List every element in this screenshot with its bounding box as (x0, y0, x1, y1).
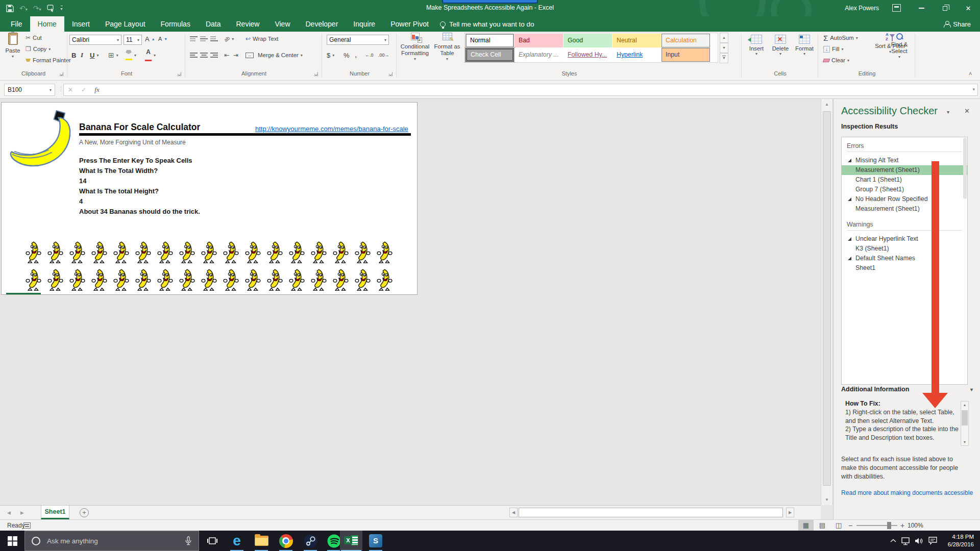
style-chip-calculation[interactable]: Calculation (662, 34, 710, 47)
formula-input[interactable] (104, 85, 977, 95)
paste-button[interactable]: Paste ▾ (2, 33, 23, 69)
next-sheet-icon[interactable]: ▶ (20, 510, 24, 515)
start-button[interactable] (0, 531, 24, 551)
cells-format-button[interactable]: Format▾ (793, 33, 817, 69)
dancing-banana-icon[interactable] (354, 269, 371, 291)
page-layout-view-button[interactable]: ▤ (815, 520, 830, 531)
tray-volume[interactable] (913, 531, 926, 551)
microphone-icon[interactable] (185, 536, 191, 545)
style-chip-bad[interactable]: Bad (514, 34, 563, 47)
scroll-down-icon[interactable]: ▼ (821, 497, 832, 502)
merge-center-button[interactable]: ↔Merge & Center▾ (246, 50, 303, 60)
ribbon-tab-view[interactable]: View (267, 16, 298, 32)
font-color-button[interactable]: A▾ (145, 50, 156, 60)
normal-view-button[interactable]: ▦ (798, 520, 814, 531)
ribbon-tab-inquire[interactable]: Inquire (346, 16, 383, 32)
tray-action-center[interactable] (926, 531, 939, 551)
horizontal-scrollbar[interactable]: ◀ ▶ (509, 508, 794, 517)
style-chip-followed-hy[interactable]: Followed Hy... (564, 48, 612, 62)
style-chip-input[interactable]: Input (662, 48, 710, 62)
issue-item-sheet1[interactable]: Sheet1 (847, 263, 962, 273)
dancing-banana-icon[interactable] (244, 241, 261, 264)
orientation-button[interactable]: ab▾ (224, 34, 234, 44)
format-painter-button[interactable]: Format Painter (26, 55, 71, 65)
dancing-banana-icon[interactable] (332, 241, 349, 264)
style-chip-check-cell[interactable]: Check Cell (465, 48, 514, 62)
scroll-down-icon[interactable]: ▼ (961, 440, 968, 444)
dancing-banana-icon[interactable] (354, 241, 371, 264)
issue-item-measurement-sheet1[interactable]: Measurement (Sheet1) (842, 165, 967, 175)
issue-item-group-7-sheet1[interactable]: Group 7 (Sheet1) (847, 185, 962, 194)
panel-menu-icon[interactable]: ▾ (947, 109, 949, 115)
panel-close-icon[interactable]: ✕ (964, 107, 970, 115)
dancing-banana-icon[interactable] (288, 269, 305, 291)
autosum-button[interactable]: ΣAutoSum▾ (823, 33, 858, 43)
worksheet-area[interactable]: Banana For Scale Calculator http://knowy… (0, 99, 821, 505)
tray-network[interactable] (899, 531, 913, 551)
ribbon-tab-review[interactable]: Review (229, 16, 267, 32)
zoom-in-icon[interactable]: + (900, 521, 904, 530)
dancing-banana-icon[interactable] (376, 241, 393, 264)
dancing-banana-icon[interactable] (135, 241, 152, 264)
dancing-banana-icon[interactable] (157, 241, 174, 264)
task-view-button[interactable] (202, 531, 223, 551)
ribbon-tab-developer[interactable]: Developer (298, 16, 346, 32)
bold-button[interactable]: B (71, 50, 76, 60)
fill-button[interactable]: ↓Fill▾ (823, 44, 843, 54)
grow-font-button[interactable]: A▲ (145, 34, 155, 44)
align-right-button[interactable] (210, 50, 218, 60)
signed-in-user[interactable]: Alex Powers (845, 5, 879, 12)
close-button[interactable]: ✕ (957, 0, 980, 16)
sheet-tab-sheet1[interactable]: Sheet1 (41, 506, 69, 519)
clear-button[interactable]: Clear▾ (823, 55, 849, 65)
style-chip-hyperlink[interactable]: Hyperlink (612, 48, 661, 62)
collapse-ribbon-icon[interactable]: ˄ (969, 70, 972, 77)
issue-item-measurement-sheet1[interactable]: Measurement (Sheet1) (847, 204, 962, 214)
zoom-slider-thumb[interactable] (887, 522, 891, 529)
style-chip-good[interactable]: Good (564, 34, 612, 47)
scroll-thumb[interactable] (962, 410, 968, 425)
read-more-link[interactable]: Read more about making documents accessi… (841, 489, 975, 496)
dancing-banana-icon[interactable] (266, 269, 283, 291)
dancing-banana-icon[interactable] (69, 269, 86, 291)
ribbon-tab-home[interactable]: Home (30, 16, 64, 32)
scroll-up-icon[interactable]: ▲ (961, 403, 968, 407)
ribbon-tab-data[interactable]: Data (198, 16, 229, 32)
dancing-banana-icon[interactable] (157, 269, 174, 291)
dancing-banana-icon[interactable] (113, 241, 130, 264)
how-to-fix-scrollbar[interactable]: ▲ ▼ (961, 401, 969, 446)
dancing-banana-icon[interactable] (201, 269, 217, 291)
taskbar-edge[interactable]: e (227, 531, 247, 551)
restore-button[interactable] (933, 0, 957, 16)
ribbon-display-options-icon[interactable] (892, 4, 901, 12)
increase-decimal-button[interactable]: ←.0 (365, 50, 374, 60)
taskbar-file-explorer[interactable] (251, 531, 272, 551)
fill-color-button[interactable]: ▾ (126, 50, 136, 60)
scroll-left-icon[interactable]: ◀ (509, 508, 518, 517)
styles-gallery-scroll[interactable]: ▲ ▼ ▼ (720, 33, 728, 63)
conditional-formatting-button[interactable]: ≠ Conditional Formatting ▾ (399, 33, 431, 69)
dancing-banana-icon[interactable] (223, 241, 239, 264)
dancing-banana-icon[interactable] (223, 269, 239, 291)
align-left-button[interactable] (190, 50, 198, 60)
dancing-banana-icon[interactable] (47, 269, 64, 291)
decrease-decimal-button[interactable]: .00→ (378, 50, 389, 60)
share-button[interactable]: Share (940, 18, 975, 30)
style-chip-explanatory[interactable]: Explanatory ... (514, 48, 563, 62)
sheet-text-line[interactable]: 14 (79, 177, 86, 185)
inspection-results-list[interactable]: ErrorsMissing Alt TextMeasurement (Sheet… (841, 137, 968, 385)
ribbon-tab-page-layout[interactable]: Page Layout (97, 16, 153, 32)
sheet-text-line[interactable]: About 34 Bananas should do the trick. (79, 208, 200, 215)
sheet-text-line[interactable]: What Is The Total Width? (79, 167, 158, 174)
cut-button[interactable]: ✂Cut (26, 33, 42, 43)
dancing-banana-icon[interactable] (69, 241, 86, 264)
underline-button[interactable]: U▾ (90, 50, 99, 60)
page-break-view-button[interactable]: ◫ (831, 520, 846, 531)
top-blue-window-edge[interactable] (442, 0, 538, 4)
decrease-indent-button[interactable]: ⇤ (224, 50, 229, 60)
collapse-section-icon[interactable]: ▾ (970, 387, 973, 392)
dancing-banana-icon[interactable] (91, 241, 108, 264)
dancing-banana-icon[interactable] (179, 269, 195, 291)
dancing-banana-icon[interactable] (25, 241, 42, 264)
issue-item-chart-1-sheet1[interactable]: Chart 1 (Sheet1) (847, 175, 962, 185)
